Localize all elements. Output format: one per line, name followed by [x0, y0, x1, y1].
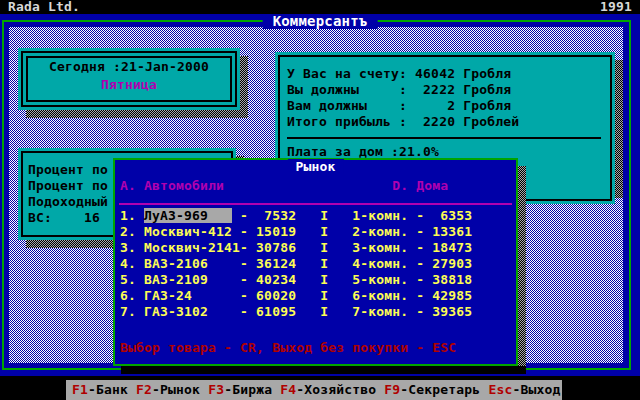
- fkey-action: -Хозяйство: [296, 382, 376, 397]
- today-date: Сегодня :21-Jan-2000: [18, 58, 240, 76]
- market-row-values: - 7532 I 1-комн. - 6353: [232, 208, 472, 223]
- fkey-bar: F1-БанкF2-РынокF3-БиржаF4-ХозяйствоF9-Се…: [66, 380, 562, 400]
- fkey-action: -Секретарь: [400, 382, 480, 397]
- app-screen: Rada Ltd. 1991 Коммерсантъ Сегодня :21-J…: [0, 0, 640, 400]
- market-row-selected[interactable]: 1. ЛуАЗ-969 - 7532 I 1-комн. - 6353: [120, 208, 472, 224]
- fkey-action: -Банк: [88, 382, 128, 397]
- account-row-owed-to-you: Вам должны : 2 Гробля: [287, 98, 607, 114]
- market-window-title: Рынок: [287, 159, 343, 174]
- account-row-profit: Итого прибыль : 2220 Гроблей: [287, 114, 607, 130]
- fkey-label: Esc: [488, 382, 512, 397]
- market-window-shadow-bottom: [121, 366, 526, 374]
- market-header-separator: [119, 203, 512, 205]
- fkey-action: -Рынок: [152, 382, 200, 397]
- fkey-label: F1: [72, 382, 88, 397]
- fkey-f2-market[interactable]: F2-Рынок: [136, 382, 200, 397]
- market-footer-hint: Выбор товара - CR, Выход без покупки - E…: [120, 340, 456, 356]
- fkey-f1-bank[interactable]: F1-Банк: [72, 382, 128, 397]
- market-window-shadow-right: [518, 166, 526, 374]
- market-row[interactable]: 4. ВАЗ-2106 - 36124 I 4-комн. - 27903: [120, 256, 472, 272]
- bottom-bar: F1-БанкF2-РынокF3-БиржаF4-ХозяйствоF9-Се…: [0, 376, 640, 400]
- account-row-balance: У Вас на счету: 46042 Гробля: [287, 66, 607, 82]
- market-row-number: 1.: [120, 208, 144, 223]
- fkey-label: F2: [136, 382, 152, 397]
- weekday-label: Пятница: [18, 76, 240, 94]
- market-row[interactable]: 7. ГАЗ-3102 - 61095 I 7-комн. - 39365: [120, 304, 472, 320]
- market-row[interactable]: 5. ВАЗ-2109 - 40234 I 5-комн. - 38818: [120, 272, 472, 288]
- fkey-f3-exchange[interactable]: F3-Биржа: [208, 382, 272, 397]
- fkey-f4-household[interactable]: F4-Хозяйство: [280, 382, 376, 397]
- fkey-esc-exit[interactable]: Esc-Выход: [488, 382, 560, 397]
- tax-row: Подоходный: [28, 194, 108, 210]
- main-area: Коммерсантъ Сегодня :21-Jan-2000 Пятница…: [0, 14, 640, 378]
- tax-row: Процент по: [28, 178, 108, 194]
- tax-row: ВС: 16: [28, 210, 108, 226]
- tax-row: Процент по: [28, 162, 108, 178]
- fkey-label: F3: [208, 382, 224, 397]
- market-window: Рынок А. Автомобили D. Дома 1. ЛуАЗ-969 …: [113, 158, 518, 366]
- year-label: 1991: [600, 0, 632, 14]
- market-row[interactable]: 3. Москвич-2141- 30786 I 3-комн. - 18473: [120, 240, 472, 256]
- date-box: Сегодня :21-Jan-2000 Пятница: [18, 48, 240, 110]
- vendor-name: Rada Ltd.: [8, 0, 80, 14]
- market-row[interactable]: 6. ГАЗ-24 - 60020 I 6-комн. - 42985: [120, 288, 472, 304]
- fkey-action: -Выход: [512, 382, 560, 397]
- account-separator: [287, 137, 601, 139]
- account-row-you-owe: Вы должны : 2222 Гробля: [287, 82, 607, 98]
- selection-highlight[interactable]: ЛуАЗ-969: [144, 208, 232, 223]
- fkey-action: -Биржа: [224, 382, 272, 397]
- fkey-f9-secretary[interactable]: F9-Секретарь: [384, 382, 480, 397]
- app-title: Коммерсантъ: [263, 14, 378, 29]
- fkey-label: F4: [280, 382, 296, 397]
- market-row[interactable]: 2. Москвич-412 - 15019 I 2-комн. - 13361: [120, 224, 472, 240]
- market-column-headers: А. Автомобили D. Дома: [120, 178, 448, 194]
- fkey-label: F9: [384, 382, 400, 397]
- titlebar: Rada Ltd. 1991: [0, 0, 640, 14]
